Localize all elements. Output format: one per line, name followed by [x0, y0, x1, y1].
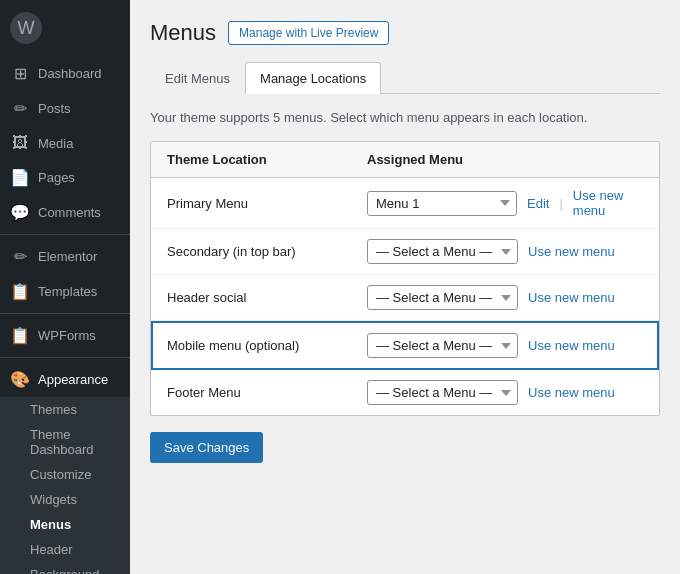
table-row: Header social — Select a Menu — Use new …: [151, 275, 659, 321]
sidebar-item-media[interactable]: 🖼 Media: [0, 126, 130, 160]
posts-icon: ✏: [10, 99, 30, 118]
sidebar-item-pages[interactable]: 📄 Pages: [0, 160, 130, 195]
submenu-theme-dashboard[interactable]: Theme Dashboard: [0, 422, 130, 462]
table-row: Footer Menu — Select a Menu — Use new me…: [151, 370, 659, 415]
wp-logo-icon: W: [10, 12, 42, 44]
sidebar-item-label: Posts: [38, 101, 71, 116]
wp-logo-area: W: [0, 0, 130, 56]
menu-select-header-social[interactable]: — Select a Menu —: [367, 285, 518, 310]
submenu-menus[interactable]: Menus: [0, 512, 130, 537]
use-new-menu-mobile[interactable]: Use new menu: [528, 338, 615, 353]
page-header: Menus Manage with Live Preview: [150, 20, 660, 46]
table-row: Primary Menu Menu 1 Edit | Use new menu: [151, 178, 659, 229]
use-new-menu-header-social[interactable]: Use new menu: [528, 290, 615, 305]
sidebar-item-label: Dashboard: [38, 66, 102, 81]
comments-icon: 💬: [10, 203, 30, 222]
page-title: Menus: [150, 20, 216, 46]
menu-select-footer[interactable]: — Select a Menu —: [367, 380, 518, 405]
sidebar-item-label: Appearance: [38, 372, 108, 387]
submenu-customize[interactable]: Customize: [0, 462, 130, 487]
tab-manage-locations[interactable]: Manage Locations: [245, 62, 381, 94]
sidebar-item-posts[interactable]: ✏ Posts: [0, 91, 130, 126]
tabs-bar: Edit Menus Manage Locations: [150, 62, 660, 94]
appearance-icon: 🎨: [10, 370, 30, 389]
page-description: Your theme supports 5 menus. Select whic…: [150, 110, 660, 125]
sidebar: W ⊞ Dashboard ✏ Posts 🖼 Media 📄 Pages 💬 …: [0, 0, 130, 574]
tab-edit-menus[interactable]: Edit Menus: [150, 62, 245, 94]
templates-icon: 📋: [10, 282, 30, 301]
submenu-header[interactable]: Header: [0, 537, 130, 562]
sidebar-item-templates[interactable]: 📋 Templates: [0, 274, 130, 309]
use-new-menu-footer[interactable]: Use new menu: [528, 385, 615, 400]
submenu-background[interactable]: Background: [0, 562, 130, 574]
sidebar-item-dashboard[interactable]: ⊞ Dashboard: [0, 56, 130, 91]
separator: |: [559, 196, 562, 211]
sidebar-item-wpforms[interactable]: 📋 WPForms: [0, 318, 130, 353]
pages-icon: 📄: [10, 168, 30, 187]
main-content: Menus Manage with Live Preview Edit Menu…: [130, 0, 680, 574]
appearance-submenu: Themes Theme Dashboard Customize Widgets…: [0, 397, 130, 574]
location-controls: — Select a Menu — Use new menu: [367, 285, 643, 310]
sidebar-item-elementor[interactable]: ✏ Elementor: [0, 239, 130, 274]
col-location: Theme Location: [167, 152, 367, 167]
submenu-widgets[interactable]: Widgets: [0, 487, 130, 512]
sidebar-item-label: Templates: [38, 284, 97, 299]
locations-table: Theme Location Assigned Menu Primary Men…: [150, 141, 660, 416]
elementor-icon: ✏: [10, 247, 30, 266]
use-new-menu-primary[interactable]: Use new menu: [573, 188, 643, 218]
edit-link-primary[interactable]: Edit: [527, 196, 549, 211]
location-controls: — Select a Menu — Use new menu: [367, 380, 643, 405]
live-preview-button[interactable]: Manage with Live Preview: [228, 21, 389, 45]
table-row: Secondary (in top bar) — Select a Menu —…: [151, 229, 659, 275]
menu-select-mobile[interactable]: — Select a Menu —: [367, 333, 518, 358]
sidebar-item-label: WPForms: [38, 328, 96, 343]
col-menu: Assigned Menu: [367, 152, 643, 167]
location-label: Footer Menu: [167, 385, 367, 400]
submenu-themes[interactable]: Themes: [0, 397, 130, 422]
sidebar-item-label: Pages: [38, 170, 75, 185]
sidebar-item-appearance[interactable]: 🎨 Appearance: [0, 362, 130, 397]
save-changes-button[interactable]: Save Changes: [150, 432, 263, 463]
sidebar-item-label: Media: [38, 136, 73, 151]
table-row-highlighted: Mobile menu (optional) — Select a Menu —…: [151, 321, 659, 370]
table-header: Theme Location Assigned Menu: [151, 142, 659, 178]
sidebar-item-label: Elementor: [38, 249, 97, 264]
use-new-menu-secondary[interactable]: Use new menu: [528, 244, 615, 259]
location-label: Secondary (in top bar): [167, 244, 367, 259]
location-label: Mobile menu (optional): [167, 338, 367, 353]
location-controls: — Select a Menu — Use new menu: [367, 333, 643, 358]
wpforms-icon: 📋: [10, 326, 30, 345]
location-controls: Menu 1 Edit | Use new menu: [367, 188, 643, 218]
media-icon: 🖼: [10, 134, 30, 152]
location-controls: — Select a Menu — Use new menu: [367, 239, 643, 264]
menu-select-secondary[interactable]: — Select a Menu —: [367, 239, 518, 264]
location-label: Header social: [167, 290, 367, 305]
sidebar-item-comments[interactable]: 💬 Comments: [0, 195, 130, 230]
menu-select-primary[interactable]: Menu 1: [367, 191, 517, 216]
sidebar-item-label: Comments: [38, 205, 101, 220]
location-label: Primary Menu: [167, 196, 367, 211]
dashboard-icon: ⊞: [10, 64, 30, 83]
